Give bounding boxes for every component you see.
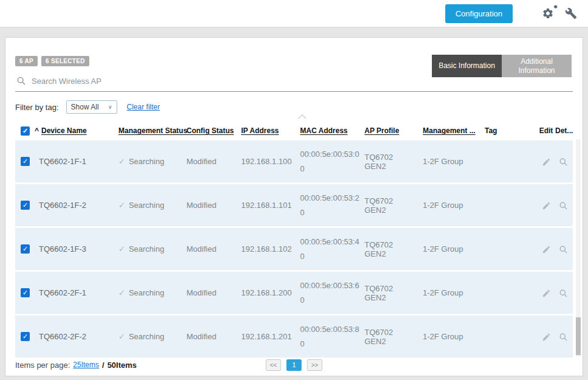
edit-pencil-icon[interactable]: [542, 289, 551, 298]
management-group-cell: 1-2F Group: [415, 244, 474, 254]
pagination: << 1 >>: [266, 359, 323, 371]
details-magnifier-icon[interactable]: [559, 201, 568, 210]
table-row: TQ6602-1F-3 ✓Searching Modified 192.168.…: [15, 228, 573, 270]
device-name-cell: TQ6602-1F-2: [33, 201, 118, 210]
device-name-cell: TQ6602-2F-1: [33, 288, 118, 297]
column-header-management-status[interactable]: Management Status: [118, 126, 184, 135]
panel-footer: Items per page: 25Items / 50Items << 1 >…: [15, 358, 573, 371]
ip-address-cell: 192.168.1.100: [238, 157, 295, 166]
table-row: TQ6602-2F-1 ✓Searching Modified 192.168.…: [15, 272, 573, 314]
config-status-cell: Modified: [184, 201, 238, 210]
device-name-cell: TQ6602-1F-3: [33, 244, 118, 254]
column-header-details: Det...: [555, 126, 572, 135]
management-group-cell: 1-2F Group: [415, 332, 474, 341]
select-all-checkbox[interactable]: [21, 126, 30, 136]
tab-basic-information[interactable]: Basic Information: [432, 55, 502, 77]
details-magnifier-icon[interactable]: [559, 333, 568, 342]
column-header-management-group[interactable]: Management ...: [415, 126, 474, 135]
gear-badge-star-icon: ✱: [553, 4, 558, 10]
column-header-tag: Tag: [474, 126, 537, 135]
page-background: 6 AP 6 SELECTED Basic Information Additi…: [0, 27, 588, 380]
device-name-cell: TQ6602-1F-1: [33, 157, 118, 166]
wrench-icon[interactable]: [565, 7, 577, 19]
ap-profile-cell: TQ6702 GEN2: [361, 196, 415, 215]
last-page-button[interactable]: >>: [307, 359, 323, 371]
row-checkbox[interactable]: [21, 332, 30, 341]
row-checkbox[interactable]: [21, 288, 30, 297]
filter-row: Filter by tag: Show All ∨ Clear filter: [15, 100, 573, 114]
ap-profile-cell: TQ6702 GEN2: [361, 328, 415, 346]
page-size-25-link[interactable]: 25Items: [73, 361, 99, 369]
details-magnifier-icon[interactable]: [559, 289, 568, 298]
page-size-50-label: 50Items: [108, 361, 137, 370]
search-icon: [16, 76, 26, 86]
first-page-button[interactable]: <<: [266, 359, 281, 371]
table-header: ^Device Name Management Status Config St…: [15, 121, 573, 140]
table-body: TQ6602-1F-1 ✓Searching Modified 192.168.…: [15, 140, 573, 358]
mac-address-cell: 00:00:5e:00:53:80: [295, 322, 361, 351]
management-group-cell: 1-2F Group: [415, 288, 474, 297]
table-row: TQ6602-1F-1 ✓Searching Modified 192.168.…: [15, 140, 573, 182]
ap-profile-cell: TQ6702 GEN2: [361, 153, 415, 171]
table-row: TQ6602-1F-2 ✓Searching Modified 192.168.…: [15, 184, 573, 226]
column-header-ip-address[interactable]: IP Address: [238, 126, 295, 135]
config-status-cell: Modified: [184, 288, 238, 297]
ip-address-cell: 192.168.1.102: [238, 244, 295, 254]
column-header-ap-profile[interactable]: AP Profile: [361, 126, 415, 135]
row-checkbox[interactable]: [21, 157, 30, 166]
status-check-icon: ✓: [118, 157, 125, 166]
info-tabs: Basic Information Additional Information: [432, 55, 572, 77]
configuration-button[interactable]: Configuration: [445, 4, 513, 23]
management-status-cell: ✓Searching: [118, 244, 184, 254]
ap-profile-cell: TQ6702 GEN2: [361, 284, 415, 302]
edit-pencil-icon[interactable]: [542, 201, 551, 210]
settings-gear-icon[interactable]: ✱: [542, 7, 554, 19]
config-status-cell: Modified: [184, 332, 238, 341]
status-check-icon: ✓: [118, 288, 125, 297]
ap-table: ^Device Name Management Status Config St…: [15, 121, 573, 358]
config-status-cell: Modified: [184, 157, 238, 166]
ip-address-cell: 192.168.1.201: [238, 332, 295, 341]
status-check-icon: ✓: [118, 244, 125, 254]
scrollbar-thumb[interactable]: [576, 317, 581, 355]
tab-additional-information[interactable]: Additional Information: [502, 55, 572, 77]
selected-count-badge: 6 SELECTED: [41, 56, 89, 66]
row-checkbox[interactable]: [21, 244, 30, 254]
column-header-config-status[interactable]: Config Status: [184, 126, 238, 135]
search-input[interactable]: [32, 77, 572, 86]
details-magnifier-icon[interactable]: [559, 157, 568, 167]
topbar: Configuration ✱: [0, 0, 588, 27]
device-name-cell: TQ6602-2F-2: [33, 332, 118, 341]
row-checkbox[interactable]: [21, 201, 30, 210]
header-caret: [298, 114, 306, 122]
ip-address-cell: 192.168.1.200: [238, 288, 295, 297]
mac-address-cell: 00:00:5e:00:53:60: [295, 278, 361, 308]
clear-filter-link[interactable]: Clear filter: [127, 103, 160, 111]
column-header-mac-address[interactable]: MAC Address: [295, 126, 361, 135]
sort-ascending-icon: ^: [35, 126, 39, 135]
items-per-page: Items per page: 25Items / 50Items: [15, 361, 137, 370]
status-check-icon: ✓: [118, 332, 125, 341]
column-header-device-name[interactable]: ^Device Name: [33, 126, 118, 135]
details-magnifier-icon[interactable]: [559, 245, 568, 254]
mac-address-cell: 00:00:5e:00:53:40: [295, 235, 361, 264]
edit-pencil-icon[interactable]: [542, 245, 551, 254]
edit-pencil-icon[interactable]: [542, 333, 551, 342]
mac-address-cell: 00:00:5e:00:53:20: [295, 191, 361, 220]
config-status-cell: Modified: [184, 244, 238, 254]
page-size-separator: /: [102, 361, 104, 370]
wireless-ap-panel: 6 AP 6 SELECTED Basic Information Additi…: [5, 37, 583, 376]
table-scrollbar[interactable]: [576, 139, 581, 356]
current-page-button[interactable]: 1: [287, 359, 302, 371]
tag-filter-value: Show All: [71, 103, 99, 111]
ip-address-cell: 192.168.1.101: [238, 201, 295, 210]
items-per-page-label: Items per page:: [15, 361, 70, 370]
management-status-cell: ✓Searching: [118, 288, 184, 297]
ap-profile-cell: TQ6702 GEN2: [361, 240, 415, 258]
management-status-cell: ✓Searching: [118, 332, 184, 341]
management-group-cell: 1-2F Group: [415, 201, 474, 210]
status-check-icon: ✓: [118, 201, 125, 210]
chevron-down-icon: ∨: [108, 104, 112, 110]
tag-filter-dropdown[interactable]: Show All ∨: [66, 100, 117, 114]
edit-pencil-icon[interactable]: [542, 157, 551, 167]
